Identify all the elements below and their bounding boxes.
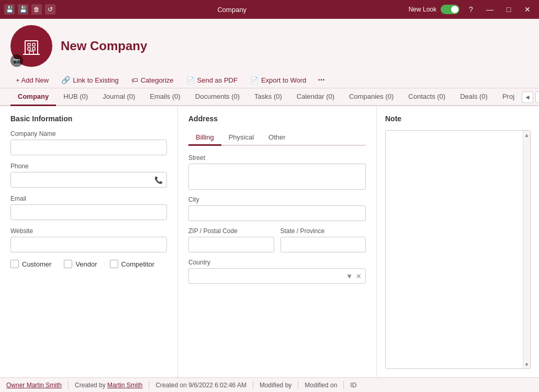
company-title: New Company: [61, 39, 147, 53]
svg-rect-1: [28, 43, 30, 46]
phone-input[interactable]: [10, 172, 167, 188]
action-bar: + Add New 🔗 Link to Existing 🏷 Categoriz…: [10, 72, 529, 88]
zip-label: ZIP / Postal Code: [188, 227, 274, 235]
competitor-checkbox[interactable]: [110, 260, 118, 268]
word-icon: 📄: [250, 76, 259, 84]
street-group: Street: [188, 154, 366, 190]
tab-proj[interactable]: Proj: [495, 88, 522, 106]
email-label: Email: [10, 195, 167, 202]
company-header: 📷 New Company: [10, 25, 529, 67]
send-pdf-button[interactable]: 📄 Send as PDF: [181, 73, 243, 87]
tab-emails[interactable]: Emails (0): [142, 88, 188, 106]
camera-button[interactable]: 📷: [10, 54, 23, 67]
link-icon: 🔗: [61, 76, 70, 84]
export-word-button[interactable]: 📄 Export to Word: [245, 73, 311, 87]
refresh-icon[interactable]: ↺: [45, 4, 55, 15]
tab-tasks[interactable]: Tasks (0): [247, 88, 289, 106]
add-new-button[interactable]: + Add New: [10, 73, 54, 87]
minimize-button[interactable]: —: [482, 2, 497, 17]
phone-label: Phone: [10, 163, 167, 170]
country-label: Country: [188, 259, 366, 266]
svg-rect-4: [32, 48, 35, 50]
phone-wrapper: 📞: [10, 172, 167, 188]
titlebar-tools: 💾 💾 🗑 ↺: [4, 4, 55, 15]
tag-icon: 🏷: [131, 76, 138, 84]
address-panel: Address Billing Physical Other Street Ci…: [178, 106, 377, 377]
website-label: Website: [10, 227, 167, 235]
modified-on-label: Modified on: [305, 382, 337, 389]
tab-hub[interactable]: HUB (0): [56, 88, 95, 106]
zip-state-row: ZIP / Postal Code State / Province: [188, 227, 366, 259]
tabs-bar: Company HUB (0) Journal (0) Emails (0) D…: [0, 88, 539, 106]
status-bar: Owner Martin Smith Created by Martin Smi…: [0, 377, 539, 392]
tabs-prev-button[interactable]: ◄: [522, 91, 533, 103]
phone-group: Phone 📞: [10, 163, 167, 188]
addr-tab-billing[interactable]: Billing: [188, 130, 221, 146]
app-title: Company: [55, 6, 409, 14]
building-svg-icon: [21, 36, 42, 56]
more-actions-button[interactable]: ···: [313, 72, 329, 88]
country-group: Country ▼ ✕: [188, 259, 366, 284]
new-look-label: New Look: [409, 6, 436, 13]
zip-input[interactable]: [188, 237, 274, 252]
tab-calendar[interactable]: Calendar (0): [289, 88, 342, 106]
id-label: ID: [350, 382, 356, 389]
save1-icon[interactable]: 💾: [4, 4, 15, 15]
note-area: ▲ ▼: [385, 130, 531, 369]
addr-tab-physical[interactable]: Physical: [221, 130, 261, 146]
new-look-toggle[interactable]: [441, 5, 459, 14]
state-input[interactable]: [280, 237, 366, 252]
toggle-knob: [451, 6, 458, 13]
clear-icon[interactable]: ✕: [356, 272, 362, 280]
tab-journal[interactable]: Journal (0): [95, 88, 142, 106]
scroll-down-button[interactable]: ▼: [523, 360, 531, 368]
tab-companies[interactable]: Companies (0): [342, 88, 401, 106]
company-name-input[interactable]: [10, 140, 167, 155]
note-title: Note: [385, 114, 531, 123]
vendor-checkbox[interactable]: [64, 260, 72, 268]
basic-info-panel: Basic Information Company Name Phone 📞 E…: [0, 106, 178, 377]
basic-info-title: Basic Information: [10, 114, 167, 123]
created-by-name[interactable]: Martin Smith: [107, 382, 142, 389]
company-name-label: Company Name: [10, 130, 167, 137]
close-button[interactable]: ✕: [520, 2, 535, 17]
created-by-label: Created by: [75, 382, 106, 389]
city-label: City: [188, 196, 366, 203]
email-group: Email: [10, 195, 167, 220]
checkboxes-row: Customer Vendor Competitor: [10, 260, 167, 268]
customer-checkbox[interactable]: [10, 260, 19, 268]
competitor-label: Competitor: [121, 260, 155, 268]
street-label: Street: [188, 154, 366, 162]
country-select-wrapper: ▼ ✕: [188, 268, 366, 284]
avatar-container: 📷: [10, 25, 52, 67]
help-icon[interactable]: ?: [464, 2, 478, 17]
tab-documents[interactable]: Documents (0): [188, 88, 247, 106]
country-select[interactable]: [188, 268, 366, 284]
scroll-up-button[interactable]: ▲: [523, 131, 531, 139]
street-input[interactable]: [188, 164, 366, 190]
website-input[interactable]: [10, 237, 167, 252]
created-on-value: 9/6/2022 6:02:46 AM: [188, 382, 246, 389]
note-textarea[interactable]: [386, 131, 523, 368]
owner-link[interactable]: Owner Martin Smith: [6, 382, 62, 389]
sep1: [68, 381, 69, 389]
company-name-group: Company Name: [10, 130, 167, 155]
pdf-icon: 📄: [186, 76, 195, 84]
maximize-button[interactable]: □: [501, 2, 516, 17]
window-controls: New Look ? — □ ✕: [409, 2, 535, 17]
link-to-existing-button[interactable]: 🔗 Link to Existing: [56, 73, 123, 87]
tabs-next-button[interactable]: ►: [535, 91, 539, 103]
website-group: Website: [10, 227, 167, 252]
link-label: Link to Existing: [73, 76, 118, 84]
tab-company[interactable]: Company: [10, 88, 56, 106]
tab-deals[interactable]: Deals (0): [453, 88, 495, 106]
addr-tab-other[interactable]: Other: [261, 130, 293, 146]
email-input[interactable]: [10, 204, 167, 220]
city-input[interactable]: [188, 205, 366, 221]
delete-icon[interactable]: 🗑: [31, 4, 42, 15]
save2-icon[interactable]: 💾: [18, 4, 28, 15]
tab-contacts[interactable]: Contacts (0): [401, 88, 453, 106]
competitor-checkbox-item: Competitor: [110, 260, 155, 268]
phone-icon: 📞: [154, 176, 163, 184]
categorize-button[interactable]: 🏷 Categorize: [126, 73, 179, 87]
